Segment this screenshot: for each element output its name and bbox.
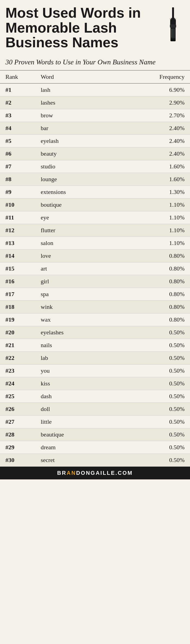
cell-rank: #26 xyxy=(0,403,35,415)
table-row: #25dash0.50% xyxy=(0,390,190,403)
cell-frequency: 1.60% xyxy=(113,173,190,186)
cell-rank: #1 xyxy=(0,83,35,96)
cell-word: girl xyxy=(35,275,113,288)
cell-frequency: 0.50% xyxy=(113,326,190,339)
cell-rank: #19 xyxy=(0,313,35,326)
cell-frequency: 1.60% xyxy=(113,160,190,173)
cell-word: lounge xyxy=(35,173,113,186)
cell-word: wink xyxy=(35,300,113,313)
cell-frequency: 0.80% xyxy=(113,262,190,275)
cell-rank: #12 xyxy=(0,224,35,237)
cell-frequency: 6.90% xyxy=(113,83,190,96)
col-rank: Rank xyxy=(0,70,35,83)
cell-frequency: 0.50% xyxy=(113,403,190,415)
brand-com: COM xyxy=(118,470,133,476)
cell-frequency: 1.10% xyxy=(113,211,190,224)
table-row: #1lash6.90% xyxy=(0,83,190,96)
cell-rank: #9 xyxy=(0,186,35,198)
table-row: #8lounge1.60% xyxy=(0,173,190,186)
cell-frequency: 0.50% xyxy=(113,377,190,390)
table-row: #24kiss0.50% xyxy=(0,377,190,390)
cell-rank: #2 xyxy=(0,96,35,109)
cell-word: studio xyxy=(35,160,113,173)
cell-rank: #11 xyxy=(0,211,35,224)
cell-frequency: 2.40% xyxy=(113,122,190,134)
cell-frequency: 1.10% xyxy=(113,198,190,211)
cell-rank: #25 xyxy=(0,390,35,403)
cell-frequency: 0.50% xyxy=(113,441,190,454)
cell-frequency: 0.80% xyxy=(113,300,190,313)
cell-rank: #10 xyxy=(0,198,35,211)
cell-frequency: 0.50% xyxy=(113,364,190,377)
table-row: #13salon1.10% xyxy=(0,237,190,249)
cell-rank: #27 xyxy=(0,415,35,428)
cell-rank: #22 xyxy=(0,351,35,364)
mascara-icon xyxy=(162,7,185,42)
cell-rank: #4 xyxy=(0,122,35,134)
cell-frequency: 0.50% xyxy=(113,428,190,441)
cell-word: bar xyxy=(35,122,113,134)
cell-rank: #17 xyxy=(0,288,35,300)
page-wrapper: Most Used Words in Memorable Lash Busine… xyxy=(0,0,190,479)
cell-word: dream xyxy=(35,441,113,454)
cell-word: you xyxy=(35,364,113,377)
data-table: Rank Word Frequency #1lash6.90%#2lashes2… xyxy=(0,70,190,467)
header-text: Most Used Words in Memorable Lash Busine… xyxy=(5,5,162,53)
table-row: #22lab0.50% xyxy=(0,351,190,364)
cell-word: eye xyxy=(35,211,113,224)
col-frequency: Frequency xyxy=(113,70,190,83)
table-row: #30secret0.50% xyxy=(0,454,190,466)
brand-don: DON xyxy=(76,470,90,476)
table-row: #20eyelashes0.50% xyxy=(0,326,190,339)
cell-frequency: 2.70% xyxy=(113,109,190,122)
brand-gaille: GAILLE xyxy=(91,470,115,476)
table-row: #23you0.50% xyxy=(0,364,190,377)
brand-dot: . xyxy=(115,470,118,476)
cell-rank: #20 xyxy=(0,326,35,339)
cell-word: extensions xyxy=(35,186,113,198)
cell-word: art xyxy=(35,262,113,275)
table-row: #19wax0.80% xyxy=(0,313,190,326)
cell-frequency: 2.40% xyxy=(113,134,190,147)
cell-word: brow xyxy=(35,109,113,122)
table-row: #16girl0.80% xyxy=(0,275,190,288)
cell-rank: #16 xyxy=(0,275,35,288)
cell-word: salon xyxy=(35,237,113,249)
cell-word: doll xyxy=(35,403,113,415)
cell-frequency: 1.30% xyxy=(113,186,190,198)
cell-frequency: 0.50% xyxy=(113,454,190,466)
svg-rect-9 xyxy=(170,24,176,28)
table-row: #14love0.80% xyxy=(0,249,190,262)
cell-rank: #29 xyxy=(0,441,35,454)
cell-rank: #8 xyxy=(0,173,35,186)
cell-word: wax xyxy=(35,313,113,326)
table-row: #2lashes2.90% xyxy=(0,96,190,109)
table-row: #17spa0.80% xyxy=(0,288,190,300)
col-word: Word xyxy=(35,70,113,83)
cell-frequency: 0.50% xyxy=(113,339,190,351)
table-row: #15art0.80% xyxy=(0,262,190,275)
table-row: #27little0.50% xyxy=(0,415,190,428)
table-row: #10boutique1.10% xyxy=(0,198,190,211)
header-section: Most Used Words in Memorable Lash Busine… xyxy=(0,0,190,55)
cell-frequency: 0.80% xyxy=(113,275,190,288)
cell-frequency: 0.80% xyxy=(113,249,190,262)
cell-rank: #5 xyxy=(0,134,35,147)
cell-frequency: 2.90% xyxy=(113,96,190,109)
cell-word: little xyxy=(35,415,113,428)
cell-frequency: 0.50% xyxy=(113,351,190,364)
cell-word: dash xyxy=(35,390,113,403)
cell-word: spa xyxy=(35,288,113,300)
cell-rank: #28 xyxy=(0,428,35,441)
cell-word: lab xyxy=(35,351,113,364)
cell-frequency: 0.80% xyxy=(113,288,190,300)
table-row: #21nails0.50% xyxy=(0,339,190,351)
cell-rank: #6 xyxy=(0,147,35,160)
cell-rank: #24 xyxy=(0,377,35,390)
cell-word: beautique xyxy=(35,428,113,441)
table-row: #18wink0.80% xyxy=(0,300,190,313)
cell-frequency: 0.80% xyxy=(113,313,190,326)
cell-rank: #14 xyxy=(0,249,35,262)
table-row: #4bar2.40% xyxy=(0,122,190,134)
brand-br: BR xyxy=(57,470,67,476)
